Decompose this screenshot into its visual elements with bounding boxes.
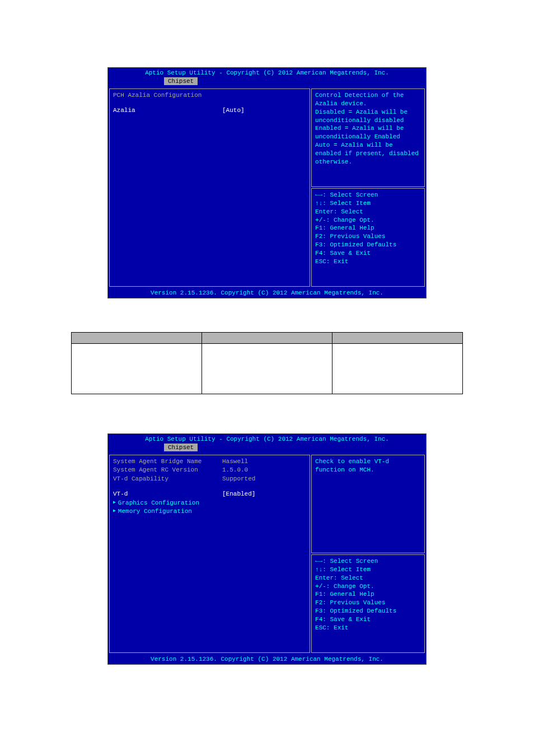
bios-right-panel: Control Detection of the Azalia device. … (311, 88, 425, 287)
setting-label: Azalia (113, 106, 222, 115)
submenu-memory[interactable]: Memory Configuration (113, 507, 306, 516)
key-f3: F3: Optimized Defaults (315, 241, 421, 249)
setting-label: VT-d (113, 490, 222, 498)
bios-header: Aptio Setup Utility - Copyright (C) 2012… (108, 434, 426, 442)
section-title: PCH Azalia Configuration (113, 91, 306, 100)
key-select-item: ↑↓: Select Item (315, 199, 421, 208)
key-esc: ESC: Exit (315, 624, 421, 632)
key-f4: F4: Save & Exit (315, 615, 421, 624)
doc-cell-0 (72, 344, 202, 394)
bios-footer: Version 2.15.1236. Copyright (C) 2012 Am… (108, 288, 426, 298)
key-change-opt: +/-: Change Opt. (315, 216, 421, 225)
key-change-opt: +/-: Change Opt. (315, 582, 421, 591)
info-vtd-capability: VT-d Capability Supported (113, 475, 306, 483)
bios-screen-vtd: Aptio Setup Utility - Copyright (C) 2012… (107, 433, 427, 665)
bios-body: System Agent Bridge Name Haswell System … (108, 452, 426, 654)
bios-body: PCH Azalia Configuration Azalia [Auto] C… (108, 86, 426, 288)
bios-left-panel: System Agent Bridge Name Haswell System … (109, 455, 310, 653)
bios-left-panel: PCH Azalia Configuration Azalia [Auto] (109, 88, 310, 287)
doc-cell-1 (202, 344, 332, 394)
tab-chipset[interactable]: Chipset (164, 444, 198, 451)
doc-header-2 (332, 333, 463, 344)
key-f1: F1: General Help (315, 224, 421, 232)
key-f2: F2: Previous Values (315, 232, 421, 241)
help-text: Check to enable VT-d function on MCH. (311, 455, 425, 553)
help-text: Control Detection of the Azalia device. … (311, 88, 425, 187)
key-f2: F2: Previous Values (315, 599, 421, 607)
bios-tab-row: Chipset (108, 76, 426, 86)
doc-cell-2 (332, 344, 463, 394)
bios-tab-row: Chipset (108, 442, 426, 452)
key-select-screen: ←→: Select Screen (315, 557, 421, 566)
key-select-screen: ←→: Select Screen (315, 191, 421, 199)
key-select-item: ↑↓: Select Item (315, 566, 421, 574)
key-enter: Enter: Select (315, 574, 421, 582)
key-f1: F1: General Help (315, 590, 421, 599)
key-legend: ←→: Select Screen ↑↓: Select Item Enter:… (311, 188, 425, 287)
setting-value: [Enabled] (222, 490, 306, 498)
doc-table (71, 332, 463, 394)
key-f3: F3: Optimized Defaults (315, 607, 421, 615)
doc-header-1 (202, 333, 332, 344)
setting-value: [Auto] (222, 106, 306, 115)
submenu-graphics[interactable]: Graphics Configuration (113, 499, 306, 507)
info-bridge-name: System Agent Bridge Name Haswell (113, 458, 306, 466)
key-legend: ←→: Select Screen ↑↓: Select Item Enter:… (311, 554, 425, 653)
bios-header: Aptio Setup Utility - Copyright (C) 2012… (108, 68, 426, 76)
tab-chipset[interactable]: Chipset (164, 77, 198, 85)
key-f4: F4: Save & Exit (315, 249, 421, 258)
setting-azalia[interactable]: Azalia [Auto] (113, 106, 306, 115)
key-esc: ESC: Exit (315, 258, 421, 266)
bios-right-panel: Check to enable VT-d function on MCH. ←→… (311, 455, 425, 653)
setting-vtd[interactable]: VT-d [Enabled] (113, 490, 306, 498)
bios-screen-azalia: Aptio Setup Utility - Copyright (C) 2012… (107, 67, 427, 298)
info-rc-version: System Agent RC Version 1.5.0.0 (113, 466, 306, 474)
key-enter: Enter: Select (315, 208, 421, 216)
doc-header-0 (72, 333, 202, 344)
bios-footer: Version 2.15.1236. Copyright (C) 2012 Am… (108, 654, 426, 664)
